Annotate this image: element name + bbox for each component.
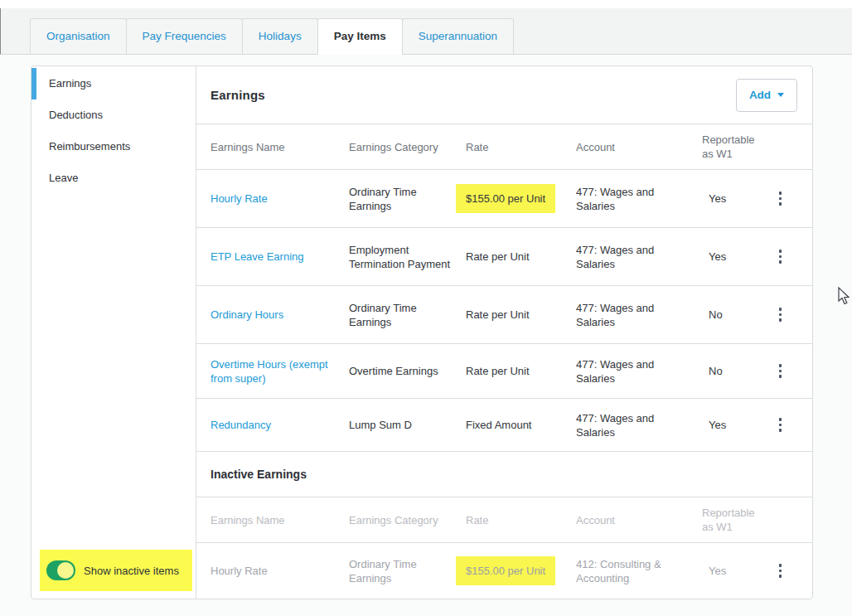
column-header-account: Account: [576, 140, 702, 154]
kebab-menu-button[interactable]: [772, 559, 789, 583]
tab-organisation[interactable]: Organisation: [30, 18, 127, 54]
reportable-w1: Yes: [702, 418, 772, 432]
reportable-w1: No: [702, 364, 772, 378]
kebab-menu-button[interactable]: [772, 413, 789, 437]
tab-superannuation[interactable]: Superannuation: [402, 18, 514, 54]
kebab-menu-icon: [779, 192, 782, 195]
add-button-label: Add: [749, 89, 771, 101]
rate-value: $155.00 per Unit: [456, 184, 555, 213]
column-header-earnings-category: Earnings Category: [349, 513, 466, 527]
payroll-settings-screen: OrganisationPay FrequenciesHolidaysPay I…: [0, 0, 852, 55]
top-strip: [0, 0, 852, 8]
account: 477: Wages and Salaries: [576, 301, 702, 329]
reportable-w1: Yes: [702, 564, 772, 578]
account: 477: Wages and Salaries: [576, 411, 702, 439]
account: 412: Consulting & Accounting: [576, 557, 702, 585]
panel-title: Earnings: [211, 88, 265, 102]
column-header-account: Account: [576, 513, 702, 527]
table-row: Hourly Rate Ordinary Time Earnings $155.…: [196, 169, 812, 227]
account: 477: Wages and Salaries: [576, 185, 702, 213]
toggle-knob: [57, 562, 74, 579]
kebab-menu-button[interactable]: [772, 303, 789, 327]
table-row: Redundancy Lump Sum D Fixed Amount 477: …: [196, 398, 812, 451]
pay-items-card: EarningsDeductionsReimbursementsLeave Sh…: [31, 65, 813, 599]
column-header-earnings-name: Earnings Name: [211, 513, 349, 527]
tab-pay-frequencies[interactable]: Pay Frequencies: [126, 18, 243, 54]
column-header-rate: Rate: [466, 513, 576, 527]
column-header-reportable-as-w1: Reportable as W1: [702, 133, 772, 161]
sidebar-nav: EarningsDeductionsReimbursementsLeave: [31, 68, 196, 194]
sidebar-item-leave[interactable]: Leave: [31, 162, 196, 194]
earnings-category: Overtime Earnings: [349, 364, 466, 378]
reportable-w1: No: [702, 308, 772, 322]
account: 477: Wages and Salaries: [576, 357, 702, 386]
reportable-w1: Yes: [702, 250, 772, 264]
earnings-category: Ordinary Time Earnings: [349, 301, 466, 329]
kebab-menu-icon: [779, 250, 782, 253]
table-header-row: Earnings NameEarnings CategoryRateAccoun…: [196, 124, 812, 169]
rate-value: Rate per Unit: [466, 250, 530, 264]
column-header-earnings-name: Earnings Name: [211, 140, 349, 154]
earnings-category: Lump Sum D: [349, 418, 466, 432]
inactive-section-header: Inactive Earnings: [196, 451, 812, 497]
toggle-label: Show inactive items: [84, 565, 179, 577]
tab-pay-items[interactable]: Pay Items: [317, 18, 403, 54]
earnings-table-panel: Earnings Add Earnings NameEarnings Categ…: [196, 66, 812, 599]
add-button[interactable]: Add: [736, 79, 797, 112]
table-row: Ordinary Hours Ordinary Time Earnings Ra…: [196, 285, 812, 343]
sidebar-item-deductions[interactable]: Deductions: [31, 99, 196, 131]
rate-value: Rate per Unit: [466, 308, 530, 322]
earnings-name-link[interactable]: Overtime Hours (exempt from super): [211, 358, 328, 385]
sidebar-item-earnings[interactable]: Earnings: [31, 68, 196, 99]
kebab-menu-icon: [779, 364, 782, 367]
column-header-rate: Rate: [466, 140, 576, 154]
earnings-name-link[interactable]: Hourly Rate: [211, 192, 268, 205]
earnings-name-link[interactable]: Redundancy: [211, 419, 271, 431]
table-row: ETP Leave Earning Employment Termination…: [196, 227, 812, 285]
kebab-menu-button[interactable]: [772, 359, 789, 383]
show-inactive-toggle[interactable]: [46, 560, 75, 580]
inactive-earnings-rows: Hourly Rate Ordinary Time Earnings $155.…: [196, 542, 812, 599]
earnings-category: Ordinary Time Earnings: [349, 557, 466, 585]
kebab-menu-button[interactable]: [772, 245, 789, 269]
rate-value: Fixed Amount: [466, 418, 532, 432]
column-header-earnings-category: Earnings Category: [349, 140, 466, 154]
rate-value: Rate per Unit: [466, 364, 530, 378]
kebab-menu-icon: [779, 564, 782, 567]
earnings-name-link[interactable]: ETP Leave Earning: [211, 250, 304, 263]
show-inactive-toggle-wrap: Show inactive items: [40, 550, 192, 591]
kebab-menu-button[interactable]: [772, 187, 789, 211]
main-area: EarningsDeductionsReimbursementsLeave Sh…: [0, 56, 852, 616]
kebab-menu-icon: [779, 418, 782, 421]
reportable-w1: Yes: [702, 192, 772, 206]
earnings-category: Ordinary Time Earnings: [349, 185, 466, 213]
panel-header: Earnings Add: [196, 66, 812, 124]
column-header-reportable-as-w1: Reportable as W1: [702, 506, 772, 534]
table-row: Hourly Rate Ordinary Time Earnings $155.…: [196, 542, 812, 599]
earnings-name-link[interactable]: Ordinary Hours: [211, 308, 283, 321]
earnings-name-link: Hourly Rate: [211, 565, 268, 577]
inactive-section-title: Inactive Earnings: [211, 468, 307, 481]
kebab-menu-icon: [779, 308, 782, 311]
tab-holidays[interactable]: Holidays: [242, 18, 318, 54]
active-earnings-rows: Hourly Rate Ordinary Time Earnings $155.…: [196, 169, 812, 451]
table-row: Overtime Hours (exempt from super) Overt…: [196, 343, 812, 398]
chevron-down-icon: [777, 93, 784, 97]
tab-bar: OrganisationPay FrequenciesHolidaysPay I…: [30, 18, 513, 54]
sidebar: EarningsDeductionsReimbursementsLeave Sh…: [31, 66, 196, 599]
tab-band: OrganisationPay FrequenciesHolidaysPay I…: [0, 8, 852, 55]
sidebar-item-reimbursements[interactable]: Reimbursements: [31, 131, 196, 162]
inactive-table-header-row: Earnings NameEarnings CategoryRateAccoun…: [196, 497, 812, 542]
earnings-category: Employment Termination Payment: [349, 243, 466, 271]
rate-value: $155.00 per Unit: [456, 556, 555, 585]
account: 477: Wages and Salaries: [576, 243, 702, 271]
inactive-earnings-section: Earnings NameEarnings CategoryRateAccoun…: [196, 497, 812, 599]
